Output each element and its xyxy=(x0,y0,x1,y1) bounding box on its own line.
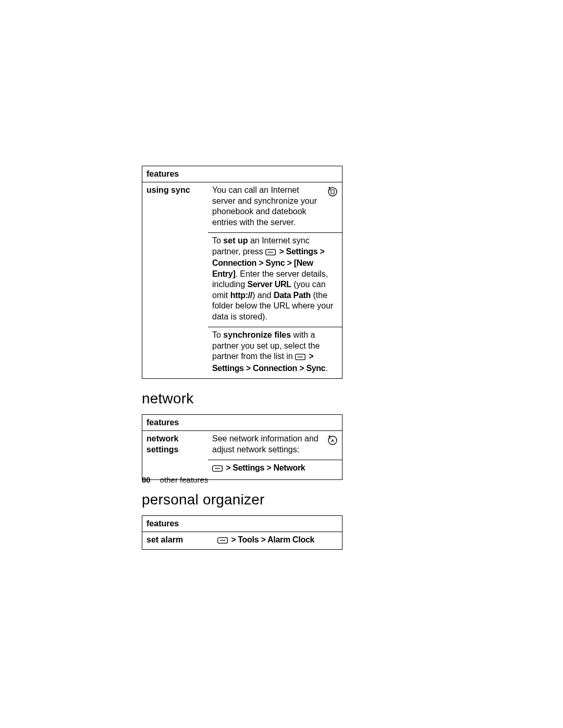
sim-icon: A xyxy=(326,434,338,448)
page-footer: 80other features xyxy=(142,475,208,484)
heading-personal-organizer: personal organizer xyxy=(142,491,456,508)
svg-point-2 xyxy=(329,187,331,189)
feature-name-set-alarm: set alarm xyxy=(142,532,214,549)
sync-intro-text: You can call an Internet server and sync… xyxy=(212,185,321,228)
table-header-features: features xyxy=(142,414,342,430)
feature-path-cell: > Settings > Network xyxy=(208,460,342,479)
page-number: 80 xyxy=(142,475,151,484)
svg-text:A: A xyxy=(331,438,334,443)
feature-path-cell: > Tools > Alarm Clock xyxy=(213,532,342,549)
organizer-feature-table: features set alarm > Tools > Alarm Clock xyxy=(142,515,342,550)
sync-feature-table: features using sync You can call an Inte… xyxy=(142,166,342,379)
network-path-text: > Settings > Network xyxy=(212,463,338,474)
menu-key-icon xyxy=(265,248,276,258)
sync-setup-text: To set up an Internet sync partner, pres… xyxy=(212,236,338,322)
table-header-features: features xyxy=(142,166,342,182)
menu-key-icon xyxy=(295,352,305,363)
feature-desc-cell: A See network information and adjust net… xyxy=(208,431,342,460)
feature-name-using-sync: using sync xyxy=(142,182,209,379)
feature-desc-cell: To synchronize files with a partner you … xyxy=(208,327,342,379)
menu-key-icon xyxy=(217,536,228,546)
table-header-features: features xyxy=(142,515,342,532)
sim-icon xyxy=(326,185,338,199)
network-feature-table: features networksettings A See netw xyxy=(142,414,342,480)
feature-name-network-settings: networksettings xyxy=(142,431,209,479)
menu-key-icon xyxy=(212,464,223,474)
sync-files-text: To synchronize files with a partner you … xyxy=(212,330,338,374)
svg-rect-1 xyxy=(331,190,334,194)
svg-point-9 xyxy=(329,436,331,437)
footer-section-label: other features xyxy=(160,475,209,484)
feature-desc-cell: To set up an Internet sync partner, pres… xyxy=(208,233,342,327)
feature-desc-cell: You can call an Internet server and sync… xyxy=(208,182,342,233)
heading-network: network xyxy=(142,390,456,407)
page: features using sync You can call an Inte… xyxy=(0,0,563,728)
alarm-path-text: > Tools > Alarm Clock xyxy=(229,535,314,544)
network-desc-text: See network information and adjust netwo… xyxy=(212,434,321,455)
